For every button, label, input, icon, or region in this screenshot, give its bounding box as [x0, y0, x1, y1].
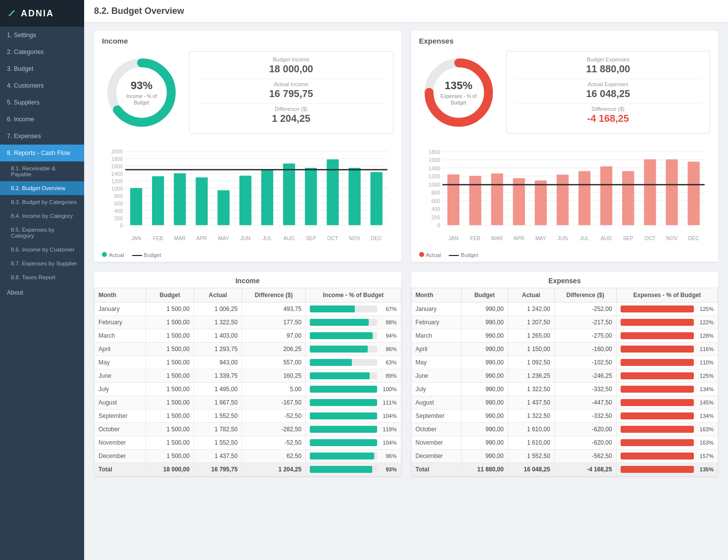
cell-pct: 63% — [306, 356, 401, 369]
expenses-budget-value: 11 880,00 — [515, 63, 702, 75]
cell-actual: 1 552,50 — [194, 409, 242, 422]
cell-pct: 134% — [616, 382, 718, 396]
table-row: November 990,00 1 610,00 -620,00 163% — [411, 436, 718, 449]
svg-rect-44 — [348, 168, 360, 225]
cell-actual: 1 437,50 — [194, 449, 242, 462]
expenses-table: Month Budget Actual Difference ($) Expen… — [411, 288, 719, 476]
main-content: 8.2. Budget Overview Income 93% Income -… — [84, 0, 728, 560]
cell-budget: 990,00 — [461, 449, 508, 462]
sidebar-subitem-sub2[interactable]: 8.2. Budget Overview — [0, 181, 84, 195]
table-row: December 1 500,00 1 437,50 62,50 96% — [95, 449, 401, 462]
expenses-panel: Expenses 135% Expenses - % of Budget — [411, 31, 719, 262]
table-row: March 1 500,00 1 403,00 97,00 94% — [95, 329, 401, 342]
sidebar-item-about[interactable]: About — [0, 284, 84, 301]
table-row: June 1 500,00 1 339,75 160,25 89% — [95, 369, 401, 382]
svg-rect-93 — [687, 162, 699, 225]
expenses-th-budget: Budget — [461, 288, 508, 302]
sidebar-subitem-sub1[interactable]: 8.1. Receivable & Payable — [0, 161, 84, 181]
cell-budget: 1 500,00 — [146, 449, 194, 462]
expenses-table-panel: Expenses Month Budget Actual Difference … — [411, 272, 719, 476]
svg-rect-79 — [534, 181, 546, 225]
cell-diff: 206,25 — [242, 342, 306, 356]
svg-text:JUL: JUL — [580, 235, 589, 241]
income-th-actual: Actual — [194, 288, 242, 302]
cell-budget: 990,00 — [461, 356, 508, 369]
sidebar-subitem-sub4[interactable]: 8.4. Income by Category — [0, 209, 84, 223]
cell-actual: 1 293,75 — [194, 342, 242, 356]
sidebar-subitem-sub7[interactable]: 8.7. Expenses by Supplier — [0, 256, 84, 270]
cell-actual: 1 552,50 — [194, 436, 242, 449]
svg-text:APR: APR — [513, 235, 524, 241]
cell-pct: 163% — [616, 422, 718, 436]
sidebar-item-income[interactable]: 6. Income — [0, 111, 84, 128]
cell-budget: 1 500,00 — [146, 315, 194, 329]
cell-month: January — [411, 302, 461, 315]
cell-diff: 177,50 — [242, 315, 306, 329]
svg-rect-87 — [622, 171, 634, 225]
svg-rect-38 — [283, 163, 295, 225]
expenses-chart-top: 135% Expenses - % of Budget Budget Expen… — [411, 45, 719, 140]
cell-month: March — [411, 329, 461, 342]
svg-text:JAN: JAN — [131, 235, 141, 241]
cell-pct: 122% — [616, 315, 718, 329]
sidebar-item-reports-cashflow[interactable]: 8. Reports - Cash Flow — [0, 145, 84, 161]
income-diff-label: Difference ($) — [197, 106, 385, 112]
cell-diff: -246,25 — [554, 369, 616, 382]
sidebar-item-customers[interactable]: 4. Customers — [0, 77, 84, 94]
cell-actual: 1 437,50 — [508, 396, 554, 409]
income-actual-legend: Actual — [102, 252, 124, 258]
table-row: April 1 500,00 1 293,75 206,25 86% — [95, 342, 401, 356]
income-actual-label: Actual Income — [197, 81, 385, 87]
expenses-diff-label: Difference ($) — [515, 106, 702, 112]
sidebar-item-categories[interactable]: 2. Categories — [0, 44, 84, 60]
cell-total-diff: -4 168,25 — [554, 462, 616, 476]
cell-total-actual: 16 795,75 — [194, 462, 242, 476]
cell-actual: 1 322,50 — [508, 409, 554, 422]
sidebar-subitem-sub8[interactable]: 8.8. Taxes Report — [0, 270, 84, 284]
cell-month: July — [411, 382, 461, 396]
svg-text:FEB: FEB — [153, 235, 163, 241]
cell-diff: 97,00 — [242, 329, 306, 342]
income-donut: 93% Income - % of Budget — [102, 53, 181, 132]
income-th-pct: Income - % of Budget — [306, 288, 401, 302]
cell-budget: 1 500,00 — [146, 382, 194, 396]
table-row: December 990,00 1 552,50 -562,50 157% — [411, 449, 718, 462]
svg-rect-34 — [240, 176, 251, 225]
cell-budget: 990,00 — [461, 409, 508, 422]
cell-month: August — [411, 396, 461, 409]
cell-month: November — [95, 436, 146, 449]
expenses-bar-svg: 020040060080010001200140016001800JANFEBM… — [419, 144, 711, 249]
cell-budget: 1 500,00 — [146, 329, 194, 342]
table-row: September 990,00 1 322,50 -332,50 134% — [411, 409, 718, 422]
sidebar-item-expenses[interactable]: 7. Expenses — [0, 128, 84, 145]
cell-actual: 1 552,50 — [508, 449, 554, 462]
svg-rect-24 — [130, 188, 142, 225]
cell-month: January — [95, 302, 146, 315]
cell-actual: 1 092,50 — [508, 356, 554, 369]
cell-month: July — [95, 382, 146, 396]
expenses-table-title: Expenses — [411, 272, 719, 288]
svg-text:APR: APR — [196, 235, 207, 241]
logo: ⟋ ADNIA — [0, 0, 84, 27]
sidebar-subitem-sub3[interactable]: 8.3. Budget by Categories — [0, 195, 84, 209]
svg-rect-32 — [218, 190, 230, 225]
cell-month: June — [411, 369, 461, 382]
cell-budget: 1 500,00 — [146, 369, 194, 382]
cell-actual: 1 322,50 — [194, 315, 242, 329]
cell-budget: 990,00 — [461, 369, 508, 382]
content-area: Income 93% Income - % of Budget Budg — [84, 23, 728, 494]
sidebar-item-suppliers[interactable]: 5. Suppliers — [0, 94, 84, 111]
sidebar-subitem-sub6[interactable]: 8.6. Income by Customer — [0, 243, 84, 256]
cell-actual: 1 782,50 — [194, 422, 242, 436]
cell-budget: 990,00 — [461, 422, 508, 436]
expenses-title: Expenses — [411, 31, 719, 45]
income-table-title: Income — [94, 272, 401, 288]
sidebar-item-settings[interactable]: 1. Settings — [0, 27, 84, 44]
svg-rect-28 — [174, 173, 186, 225]
cell-diff: 493,75 — [242, 302, 306, 315]
svg-text:AUG: AUG — [600, 235, 612, 241]
svg-text:SEP: SEP — [306, 235, 316, 241]
sidebar-item-budget[interactable]: 3. Budget — [0, 60, 84, 77]
sidebar-subitem-sub5[interactable]: 8.5. Expenses by Category — [0, 223, 84, 243]
income-title: Income — [94, 31, 401, 45]
